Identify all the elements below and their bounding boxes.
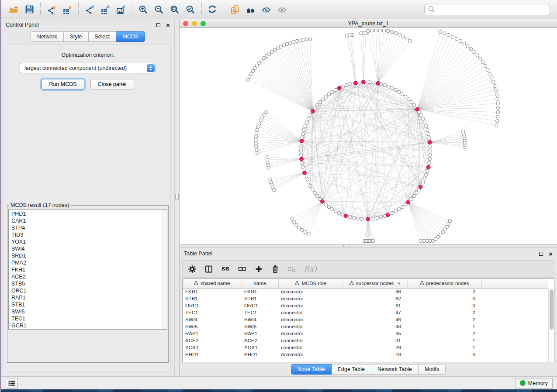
graph-node[interactable]: [331, 208, 334, 211]
graph-leaf-node[interactable]: [405, 37, 408, 40]
search-input[interactable]: [435, 7, 547, 13]
export-image-icon[interactable]: [113, 3, 129, 17]
graph-node[interactable]: [391, 86, 394, 90]
zoom-fit-icon[interactable]: [167, 3, 183, 17]
cell-mcds-role[interactable]: dominator: [278, 295, 343, 302]
graph-leaf-node[interactable]: [345, 34, 349, 38]
graph-node[interactable]: [356, 217, 360, 220]
graph-node[interactable]: [302, 128, 306, 132]
network-window-titlebar[interactable]: YPA_prune.txt_1: [180, 19, 557, 28]
graph-node[interactable]: [407, 98, 410, 101]
graph-leaf-node[interactable]: [463, 42, 466, 45]
show-all-icon[interactable]: [274, 3, 290, 17]
graph-leaf-node[interactable]: [258, 122, 261, 125]
graph-leaf-node[interactable]: [488, 72, 491, 76]
export-network-icon[interactable]: [82, 3, 97, 17]
graph-leaf-node[interactable]: [298, 39, 302, 42]
mcds-result-item[interactable]: ACE2: [11, 273, 161, 280]
import-network-icon[interactable]: [44, 3, 59, 17]
graph-leaf-node[interactable]: [304, 230, 307, 234]
graph-leaf-node[interactable]: [386, 29, 390, 33]
graph-leaf-node[interactable]: [371, 239, 375, 243]
mcds-result-item[interactable]: RAP1: [11, 294, 161, 301]
graph-leaf-node[interactable]: [496, 110, 500, 114]
table-row[interactable]: SWI5SWI5connector431: [183, 323, 548, 330]
graph-leaf-node[interactable]: [448, 219, 452, 223]
graph-leaf-node[interactable]: [495, 124, 498, 127]
graph-leaf-node[interactable]: [451, 35, 454, 38]
graph-leaf-node[interactable]: [493, 84, 496, 88]
delete-row-icon[interactable]: [271, 265, 280, 274]
graph-node[interactable]: [425, 173, 428, 177]
graph-node[interactable]: [415, 191, 419, 195]
cell-mcds-role[interactable]: dominator: [278, 351, 343, 358]
mcds-result-list[interactable]: PHD1CAR1STP4TID3YOX1SWI4SRD1PMA2FKH1ACE2…: [8, 209, 167, 330]
graph-node[interactable]: [301, 162, 304, 165]
column-header-shared-name[interactable]: shared name: [183, 279, 242, 288]
graph-node[interactable]: [394, 88, 398, 92]
graph-leaf-node[interactable]: [496, 115, 500, 118]
run-mcds-button[interactable]: Run MCDS: [42, 79, 84, 89]
cell-successor-nodes[interactable]: 43: [343, 323, 407, 330]
table-row[interactable]: YOX1YOX1connector291: [183, 344, 548, 351]
cell-mcds-role[interactable]: dominator: [278, 330, 343, 337]
graph-node[interactable]: [410, 100, 413, 104]
import-table-icon[interactable]: [59, 3, 75, 17]
graph-node[interactable]: [321, 98, 325, 101]
graph-node[interactable]: [345, 83, 348, 87]
tab-mcds[interactable]: MCDS: [116, 31, 145, 42]
gear-icon[interactable]: [188, 265, 197, 274]
graph-node[interactable]: [376, 217, 379, 220]
mcds-result-item[interactable]: STB1: [11, 301, 161, 308]
cell-successor-nodes[interactable]: 29: [343, 344, 407, 351]
graph-leaf-node[interactable]: [490, 76, 494, 79]
tab-style[interactable]: Style: [64, 31, 89, 42]
hide-selected-icon[interactable]: [259, 3, 274, 17]
cell-predecessor-nodes[interactable]: 2: [407, 330, 481, 337]
graph-leaf-node[interactable]: [447, 33, 450, 37]
graph-leaf-node[interactable]: [478, 57, 482, 61]
graph-node[interactable]: [349, 83, 352, 86]
result-list-scrollbar[interactable]: [162, 210, 167, 329]
column-header-successor-nodes[interactable]: successor nodes∨: [343, 279, 407, 288]
graph-leaf-node[interactable]: [408, 39, 412, 43]
cell-name[interactable]: TEC1: [242, 309, 278, 316]
horizontal-splitter[interactable]: [180, 244, 557, 248]
graph-leaf-node[interactable]: [496, 97, 499, 101]
table-row[interactable]: ACE2ACE2connector311: [183, 337, 548, 344]
graph-node[interactable]: [360, 217, 363, 221]
graph-leaf-node[interactable]: [455, 37, 458, 41]
graph-node[interactable]: [391, 211, 394, 215]
cell-successor-nodes[interactable]: 47: [343, 309, 407, 316]
table-tab-network-table[interactable]: Network Table: [371, 364, 419, 375]
graph-leaf-node[interactable]: [398, 33, 401, 37]
graph-leaf-node[interactable]: [267, 166, 270, 170]
mcds-result-item[interactable]: PHD1: [11, 210, 161, 217]
graph-node[interactable]: [315, 103, 319, 107]
sort-descending-icon[interactable]: ∨: [398, 281, 401, 285]
graph-node[interactable]: [401, 93, 404, 96]
mcds-result-item[interactable]: GCR1: [11, 322, 161, 329]
graph-node[interactable]: [429, 145, 432, 148]
graph-leaf-node[interactable]: [443, 31, 446, 35]
graph-leaf-node[interactable]: [494, 89, 498, 92]
graph-leaf-node[interactable]: [254, 141, 258, 145]
graph-leaf-node[interactable]: [256, 128, 259, 132]
tab-select[interactable]: Select: [89, 31, 117, 42]
graph-node[interactable]: [429, 153, 432, 157]
graph-node[interactable]: [428, 137, 431, 140]
graph-leaf-node[interactable]: [401, 35, 405, 38]
graph-leaf-node[interactable]: [484, 64, 487, 68]
cell-shared-name[interactable]: SWI5: [183, 323, 242, 330]
column-header-name[interactable]: name: [242, 279, 278, 288]
mcds-result-item[interactable]: PMA2: [11, 259, 161, 266]
graph-leaf-node[interactable]: [476, 54, 479, 57]
graph-leaf-node[interactable]: [466, 45, 470, 48]
cell-shared-name[interactable]: ACE2: [183, 337, 242, 344]
graph-node[interactable]: [299, 153, 303, 157]
graph-dominator-node[interactable]: [419, 185, 422, 189]
graph-leaf-node[interactable]: [295, 39, 298, 43]
graph-leaf-node[interactable]: [301, 228, 304, 232]
graph-node[interactable]: [324, 203, 328, 206]
graph-dominator-node[interactable]: [300, 157, 304, 161]
